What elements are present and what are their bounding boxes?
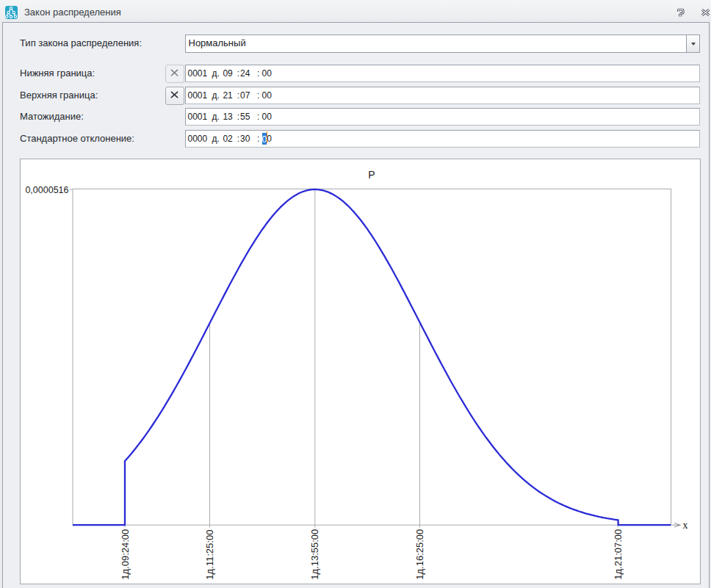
svg-text:1д.21:07:00: 1д.21:07:00 xyxy=(613,529,624,580)
svg-text:1д.16:25:00: 1д.16:25:00 xyxy=(414,529,425,580)
svg-text:0,0000516: 0,0000516 xyxy=(25,185,68,195)
svg-text:1д.09:24:00: 1д.09:24:00 xyxy=(120,529,131,580)
svg-text:x: x xyxy=(683,520,688,531)
svg-text:P: P xyxy=(368,169,375,181)
svg-text:1д.13:55:00: 1д.13:55:00 xyxy=(309,529,320,580)
svg-text:1д.11:25:00: 1д.11:25:00 xyxy=(204,530,215,580)
